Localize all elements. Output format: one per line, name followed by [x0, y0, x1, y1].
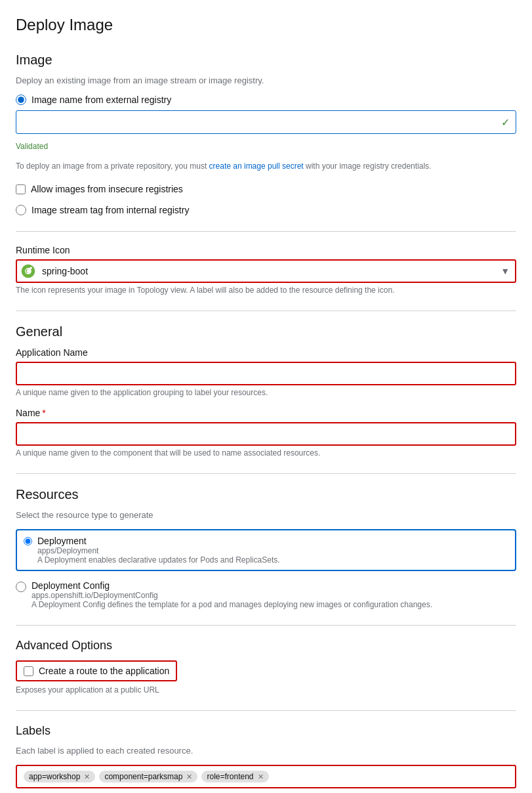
runtime-icon-select-wrapper: spring-boot ▼ [16, 259, 516, 283]
springboot-icon [21, 264, 35, 278]
runtime-icon-label: Runtime Icon [16, 245, 516, 255]
app-name-group: Application Name workshop A unique name … [16, 347, 516, 397]
expose-hint: Exposes your application at a public URL [16, 685, 516, 695]
general-section: General Application Name workshop A uniq… [16, 324, 516, 458]
resources-section: Resources Select the resource type to ge… [16, 487, 516, 609]
name-hint: A unique name given to the component tha… [16, 448, 516, 458]
deployment-label: Deployment [37, 536, 280, 546]
deployment-sub1: apps/Deployment [37, 546, 280, 555]
validated-icon: ✓ [501, 116, 510, 129]
name-group: Name* parksmap A unique name given to th… [16, 408, 516, 458]
radio-external-label: Image name from external registry [31, 95, 171, 105]
labels-tags-wrapper[interactable]: app=workshop ✕ component=parksmap ✕ role… [16, 765, 516, 788]
name-label: Name* [16, 408, 516, 418]
image-section: Image Deploy an existing image from an i… [16, 53, 516, 215]
name-input[interactable]: parksmap [16, 422, 516, 446]
image-heading: Image [16, 53, 516, 68]
advanced-options-section: Advanced Options Create a route to the a… [16, 639, 516, 695]
general-heading: General [16, 324, 516, 339]
labels-description: Each label is applied to each created re… [16, 746, 516, 756]
deployment-option-wrapper: Deployment apps/Deployment A Deployment … [16, 529, 516, 571]
label-tag-close-app-workshop[interactable]: ✕ [84, 773, 90, 781]
allow-insecure-label: Allow images from insecure registries [31, 184, 183, 194]
info-text: To deploy an image from a private reposi… [16, 160, 516, 172]
create-route-checkbox-row[interactable]: Create a route to the application [16, 660, 177, 681]
page-title: Deploy Image [16, 16, 516, 34]
resources-heading: Resources [16, 487, 516, 502]
image-name-input[interactable]: quay.io/openshiftroadshow/parksmap:lates… [16, 110, 516, 134]
deployment-info: Deployment apps/Deployment A Deployment … [37, 536, 280, 565]
resources-description: Select the resource type to generate [16, 510, 516, 520]
runtime-icon-section: Runtime Icon spring-boot ▼ The icon repr… [16, 245, 516, 295]
validated-text: Validated [16, 142, 516, 151]
advanced-options-heading: Advanced Options [16, 639, 516, 653]
label-tag-app-workshop: app=workshop ✕ [24, 771, 95, 782]
image-input-wrapper: quay.io/openshiftroadshow/parksmap:lates… [16, 110, 516, 134]
deploymentconfig-radio[interactable] [16, 582, 26, 592]
image-description: Deploy an existing image from an image s… [16, 75, 516, 85]
labels-heading: Labels [16, 724, 516, 738]
app-name-hint: A unique name given to the application g… [16, 388, 516, 397]
runtime-icon-hint: The icon represents your image in Topolo… [16, 286, 516, 295]
deployment-sub2: A Deployment enables declarative updates… [37, 555, 280, 565]
label-tag-role-frontend: role=frontend ✕ [201, 771, 268, 782]
allow-insecure-checkbox-row[interactable]: Allow images from insecure registries [16, 184, 516, 194]
radio-internal-label: Image stream tag from internal registry [31, 205, 189, 215]
app-name-input[interactable]: workshop [16, 362, 516, 385]
deployment-option[interactable]: Deployment apps/Deployment A Deployment … [16, 529, 516, 571]
create-route-label: Create a route to the application [39, 666, 169, 676]
allow-insecure-checkbox[interactable] [16, 184, 26, 194]
deploymentconfig-sub1: apps.openshift.io/DeploymentConfig [31, 591, 432, 600]
label-tag-close-component-parksmap[interactable]: ✕ [186, 773, 192, 781]
radio-internal-registry[interactable]: Image stream tag from internal registry [16, 205, 516, 215]
radio-external-input[interactable] [16, 95, 26, 105]
image-source-radio-group: Image name from external registry quay.i… [16, 95, 516, 215]
deploymentconfig-info: Deployment Config apps.openshift.io/Depl… [31, 580, 432, 609]
deployment-radio[interactable] [24, 537, 32, 546]
radio-internal-input[interactable] [16, 205, 26, 215]
create-route-checkbox[interactable] [24, 666, 33, 676]
runtime-icon-select[interactable]: spring-boot [16, 259, 516, 283]
pull-secret-link[interactable]: create an image pull secret [209, 161, 304, 171]
app-name-label: Application Name [16, 347, 516, 358]
deploymentconfig-option[interactable]: Deployment Config apps.openshift.io/Depl… [16, 580, 516, 609]
deploymentconfig-label: Deployment Config [31, 580, 432, 591]
labels-section: Labels Each label is applied to each cre… [16, 724, 516, 788]
radio-external-registry[interactable]: Image name from external registry [16, 95, 516, 105]
deploymentconfig-sub2: A Deployment Config defines the template… [31, 600, 432, 609]
label-tag-component-parksmap: component=parksmap ✕ [99, 771, 197, 782]
label-tag-close-role-frontend[interactable]: ✕ [258, 773, 264, 781]
svg-point-1 [30, 267, 31, 268]
